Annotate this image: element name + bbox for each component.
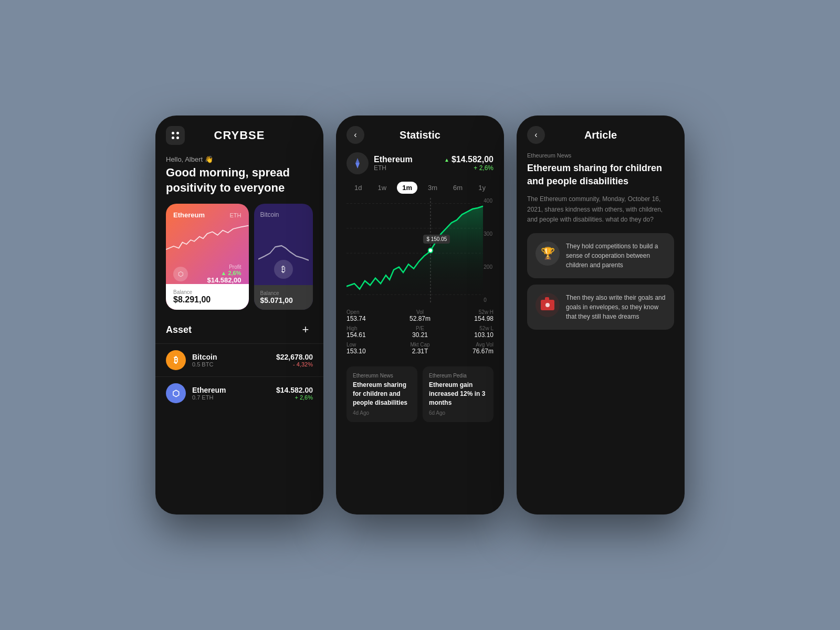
greeting-text: Hello, Albert 👋 <box>155 150 323 165</box>
tab-6m[interactable]: 6m <box>448 182 468 194</box>
time-tabs: 1d 1w 1m 3m 6m 1y <box>336 182 504 198</box>
app-logo: CRYBSE <box>214 129 265 142</box>
stat-open: Open 153.74 <box>346 309 393 322</box>
article-card-1: 🏆 They hold competitions to build a sens… <box>527 233 674 278</box>
stat-mktcap: Mkt Cap 2.31T <box>396 342 443 355</box>
news-card-1[interactable]: Ethereumn News Ethereum sharing for chil… <box>346 366 417 422</box>
stat-low: Low 153.10 <box>346 342 393 355</box>
article-body: The Ethereum community, Monday, October … <box>517 194 685 233</box>
ethereum-change: + 2,6% <box>276 394 313 401</box>
news-card-2[interactable]: Ethereum Pedia Ethereum gain increased 1… <box>423 366 494 422</box>
morning-message: Good morning, spread positivity to every… <box>155 165 323 204</box>
article-source: Etheureum News <box>517 152 685 162</box>
y-label-300: 300 <box>484 231 492 237</box>
profit-label: Profit <box>207 264 241 270</box>
chart-tooltip: $ 150.05 <box>423 235 450 244</box>
bitcoin-asset-row[interactable]: ₿ Bitcoin 0.5 BTC $22,678.00 - 4,32% <box>155 343 323 376</box>
coin-price-change: + 2,6% <box>444 164 494 172</box>
news-time-1: 4d Ago <box>353 410 411 416</box>
ethereum-asset-price: $14.582.00 + 2,6% <box>276 386 313 401</box>
svg-point-8 <box>428 248 433 253</box>
phone-home: CRYBSE Hello, Albert 👋 Good morning, spr… <box>155 116 323 514</box>
phones-container: CRYBSE Hello, Albert 👋 Good morning, spr… <box>155 116 685 514</box>
stats-grid: Open 153.74 Vol 52.87m 52w H 154.98 High… <box>336 303 504 361</box>
coin-info-row: Ethereum ETH ▲ $14.582,00 + 2,6% <box>336 152 504 182</box>
stat-high: High 154.61 <box>346 326 393 339</box>
svg-marker-1 <box>355 162 360 169</box>
asset-header: Asset + <box>155 322 323 343</box>
phone3-header: ‹ Article <box>517 116 685 152</box>
svg-marker-7 <box>346 206 483 303</box>
bitcoin-asset-info: Bitcoin 0.5 BTC <box>192 353 276 368</box>
stat-vol: Vol 52.87m <box>396 309 443 322</box>
y-label-400: 400 <box>484 198 492 204</box>
ethereum-card[interactable]: Ethereum ETH ⬡ Profit ▲ 2,6% $14.582,00 <box>166 204 249 310</box>
tab-1m[interactable]: 1m <box>397 182 417 194</box>
tab-3m[interactable]: 3m <box>423 182 443 194</box>
bitcoin-change: - 4,32% <box>276 361 313 368</box>
coin-price: $14.582,00 <box>452 155 494 164</box>
ethereum-price-val: $14.582.00 <box>276 386 313 394</box>
tab-1w[interactable]: 1w <box>373 182 392 194</box>
eth-balance-label: Balance <box>173 289 242 295</box>
article-card-2: Then they also write their goals and goa… <box>527 285 674 330</box>
y-label-200: 200 <box>484 264 492 270</box>
eth-balance-val: $8.291,00 <box>173 295 242 304</box>
eth-icon: ⬡ <box>173 267 188 281</box>
coin-symbol: ETH <box>374 164 444 172</box>
news-row: Ethereumn News Ethereum sharing for chil… <box>336 361 504 427</box>
profit-price: $14.582,00 <box>207 276 241 284</box>
trophy-icon: 🏆 <box>536 242 560 266</box>
news-headline-1: Ethereum sharing for children and people… <box>353 381 411 407</box>
camera-icon <box>536 293 560 317</box>
phone1-header: CRYBSE <box>155 116 323 150</box>
profit-change: ▲ 2,6% <box>207 270 241 276</box>
news-source-2: Ethereum Pedia <box>429 373 487 379</box>
phone-article: ‹ Article Etheureum News Ethereum sharin… <box>517 116 685 514</box>
bitcoin-card[interactable]: Bitcoin ₿ Balance $5.071,00 <box>254 204 313 310</box>
stat-avgvol: Avg Vol 76.67m <box>447 342 494 355</box>
y-label-0: 0 <box>484 297 492 303</box>
back-button-p3[interactable]: ‹ <box>527 126 545 144</box>
bitcoin-asset-sub: 0.5 BTC <box>192 361 276 368</box>
bitcoin-asset-name: Bitcoin <box>192 353 276 361</box>
tab-1d[interactable]: 1d <box>349 182 367 194</box>
eth-card-tag: ETH <box>230 212 242 218</box>
article-card-text-2: Then they also write their goals and goa… <box>566 293 666 321</box>
back-button-p2[interactable]: ‹ <box>346 126 364 144</box>
add-asset-button[interactable]: + <box>298 322 313 337</box>
stat-pe: P/E 30.21 <box>396 326 443 339</box>
article-title: Article <box>551 129 650 141</box>
bitcoin-price-val: $22,678.00 <box>276 353 313 361</box>
ethereum-asset-row[interactable]: ⬡ Ethereum 0.7 ETH $14.582.00 + 2,6% <box>155 376 323 410</box>
coin-name: Ethereum <box>374 155 444 164</box>
btc-balance-label: Balance <box>260 290 307 296</box>
bitcoin-asset-icon: ₿ <box>166 350 186 370</box>
btc-icon: ₿ <box>274 260 293 279</box>
ethereum-asset-name: Ethereum <box>192 386 276 394</box>
eth-card-label: Ethereum <box>173 211 205 219</box>
coin-price-block: ▲ $14.582,00 + 2,6% <box>444 155 494 172</box>
bitcoin-asset-price: $22,678.00 - 4,32% <box>276 353 313 368</box>
chart-y-labels: 400 300 200 0 <box>484 198 492 303</box>
article-headline: Ethereum sharing for children and people… <box>517 162 685 194</box>
news-time-2: 6d Ago <box>429 410 487 416</box>
ethereum-asset-info: Ethereum 0.7 ETH <box>192 386 276 401</box>
coin-name-block: Ethereum ETH <box>374 155 444 172</box>
price-chart: $ 150.05 400 300 200 0 <box>336 198 504 303</box>
ethereum-asset-icon: ⬡ <box>166 383 186 403</box>
coin-icon-large <box>346 152 369 174</box>
phone2-header: ‹ Statistic <box>336 116 504 152</box>
tab-1y[interactable]: 1y <box>473 182 491 194</box>
asset-title: Asset <box>166 324 192 335</box>
stat-52wl: 52w L 103.10 <box>447 326 494 339</box>
btc-balance-section: Balance $5.071,00 <box>254 285 313 310</box>
statistic-title: Statistic <box>371 129 469 141</box>
stat-52wh: 52w H 154.98 <box>447 309 494 322</box>
article-card-text-1: They hold competitions to build a sense … <box>566 242 666 270</box>
menu-button[interactable] <box>166 126 185 145</box>
news-headline-2: Ethereum gain increased 12% in 3 months <box>429 381 487 407</box>
btc-balance-val: $5.071,00 <box>260 296 307 304</box>
phone-statistic: ‹ Statistic Ethereum ETH ▲ $14.582,00 + … <box>336 116 504 514</box>
eth-balance-section: Balance $8.291,00 <box>166 284 249 310</box>
